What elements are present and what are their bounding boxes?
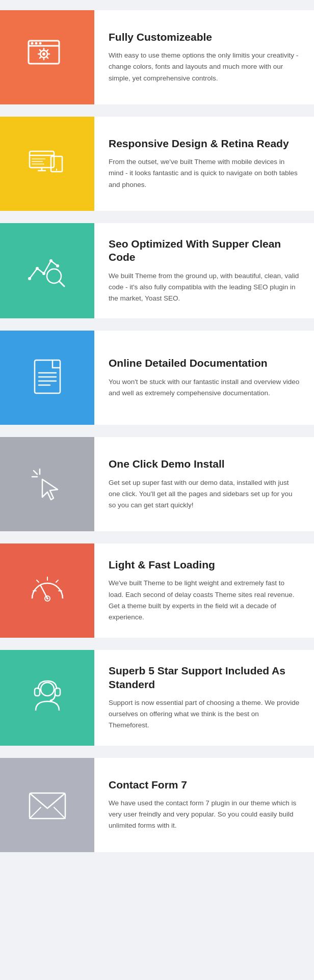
svg-line-44 (56, 580, 58, 582)
feature-desc-demo: Get set up super fast with our demo data… (109, 477, 300, 511)
support-icon (24, 675, 70, 721)
svg-point-48 (41, 683, 54, 696)
feature-icon-box-fully-customizeable (0, 10, 94, 104)
svg-line-43 (37, 580, 39, 582)
feature-desc-fully-customizeable: With easy to use theme options the only … (109, 50, 300, 84)
mail-icon (24, 782, 70, 828)
feature-title-demo: One Click Demo Install (109, 457, 300, 471)
feature-icon-box-documentation (0, 331, 94, 425)
svg-line-30 (59, 281, 64, 286)
feature-desc-seo: We built Theme from the ground up, with … (109, 270, 300, 305)
feature-icon-box-contact (0, 758, 94, 852)
feature-content-responsive: Responsive Design & Retina Ready From th… (94, 117, 314, 211)
features-list: Fully Customizeable With easy to use the… (0, 0, 314, 875)
svg-rect-50 (55, 688, 60, 696)
feature-title-support: Superb 5 Star Support Included As Stande… (109, 664, 300, 691)
seo-icon (24, 248, 70, 294)
svg-point-25 (36, 267, 39, 270)
responsive-icon (24, 141, 70, 187)
svg-point-47 (46, 597, 48, 600)
feature-content-documentation: Online Detailed Documentation You won't … (94, 331, 314, 425)
svg-line-14 (39, 57, 40, 58)
svg-line-54 (54, 807, 65, 819)
svg-point-24 (28, 277, 31, 280)
feature-item-seo: Seo Optimized With Supper Clean Code We … (0, 223, 314, 318)
feature-item-contact: Contact Form 7 We have used the contact … (0, 758, 314, 852)
feature-icon-box-seo (0, 223, 94, 318)
svg-point-2 (31, 42, 33, 44)
feature-title-documentation: Online Detailed Documentation (109, 357, 300, 370)
svg-line-11 (39, 49, 40, 50)
click-icon (24, 461, 70, 507)
feature-item-demo: One Click Demo Install Get set up super … (0, 437, 314, 531)
settings-icon (24, 35, 70, 80)
feature-item-documentation: Online Detailed Documentation You won't … (0, 331, 314, 425)
feature-title-fully-customizeable: Fully Customizeable (109, 31, 300, 44)
feature-item-fast: Light & Fast Loading We've built Theme t… (0, 543, 314, 638)
feature-desc-fast: We've built Theme to be light weight and… (109, 578, 300, 623)
svg-line-12 (47, 57, 48, 58)
svg-point-26 (42, 272, 45, 275)
feature-desc-documentation: You won't be stuck with our fantastic in… (109, 376, 300, 399)
svg-point-27 (49, 259, 53, 262)
feature-icon-box-demo (0, 437, 94, 531)
feature-item-responsive-design: Responsive Design & Retina Ready From th… (0, 117, 314, 211)
feature-icon-box-responsive (0, 117, 94, 211)
feature-icon-box-fast (0, 543, 94, 638)
svg-point-51 (49, 699, 52, 702)
feature-content-support: Superb 5 Star Support Included As Stande… (94, 650, 314, 745)
svg-point-4 (39, 42, 41, 44)
feature-desc-responsive: From the outset, we've built Theme with … (109, 156, 300, 190)
svg-marker-39 (42, 479, 58, 500)
feature-title-responsive: Responsive Design & Retina Ready (109, 137, 300, 150)
feature-content-fully-customizeable: Fully Customizeable With easy to use the… (94, 10, 314, 104)
svg-point-3 (35, 42, 37, 44)
speed-icon (24, 568, 70, 614)
feature-title-seo: Seo Optimized With Supper Clean Code (109, 237, 300, 264)
feature-item-fully-customizeable: Fully Customizeable With easy to use the… (0, 10, 314, 104)
svg-line-38 (34, 471, 37, 474)
feature-content-demo: One Click Demo Install Get set up super … (94, 437, 314, 531)
svg-line-53 (30, 807, 41, 819)
svg-rect-49 (35, 688, 40, 696)
feature-content-contact: Contact Form 7 We have used the contact … (94, 758, 314, 852)
svg-line-13 (47, 49, 48, 50)
feature-title-contact: Contact Form 7 (109, 778, 300, 792)
feature-desc-support: Support is now essential part of choosin… (109, 697, 300, 731)
svg-point-28 (56, 264, 59, 267)
feature-desc-contact: We have used the contact form 7 plugin i… (109, 798, 300, 832)
svg-point-6 (42, 52, 45, 56)
document-icon (24, 355, 70, 401)
feature-content-fast: Light & Fast Loading We've built Theme t… (94, 543, 314, 638)
feature-icon-box-support (0, 650, 94, 745)
feature-title-fast: Light & Fast Loading (109, 558, 300, 571)
feature-item-support: Superb 5 Star Support Included As Stande… (0, 650, 314, 745)
feature-content-seo: Seo Optimized With Supper Clean Code We … (94, 223, 314, 318)
